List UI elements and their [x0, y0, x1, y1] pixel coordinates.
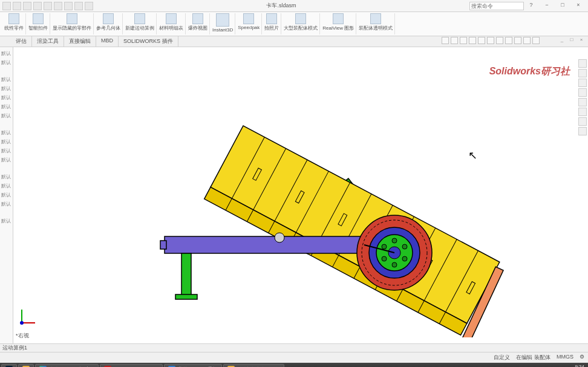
qat-open-icon[interactable] [13, 2, 21, 10]
help-buttons: ? − □ × [524, 2, 586, 10]
qat-settings-icon[interactable] [85, 2, 93, 10]
doc-min-icon[interactable]: _ [558, 37, 566, 44]
ribbon-cmd-6[interactable]: 爆炸视图 [186, 13, 210, 34]
taskpane-file-explorer-icon[interactable] [578, 88, 587, 97]
tree-item[interactable]: 默认 [0, 200, 13, 208]
tree-item[interactable] [0, 121, 13, 128]
view-orientation-label: *右视 [16, 332, 29, 340]
svg-point-35 [402, 256, 407, 261]
taskbar-phone-button[interactable]: 我的Android手机 [164, 364, 222, 367]
doc-close-icon[interactable]: × [577, 37, 586, 44]
tree-item[interactable]: 默认 [0, 85, 13, 93]
section-view-icon[interactable] [469, 37, 476, 44]
taskbar-folder-button[interactable] [18, 364, 34, 367]
tree-item[interactable]: 默认 [0, 182, 13, 190]
ribbon-cmd-4[interactable]: 新建运动算例 [123, 13, 157, 34]
qat-save-icon[interactable] [23, 2, 31, 10]
scene-icon[interactable] [505, 37, 512, 44]
doc-restore-icon[interactable]: □ [567, 37, 576, 44]
tree-item[interactable]: 默认 [0, 112, 13, 120]
tree-item[interactable]: 默认 [0, 94, 13, 102]
tree-item[interactable]: 默认 [0, 147, 13, 155]
tree-item[interactable]: 默认 [0, 138, 13, 146]
tree-item[interactable]: 默认 [0, 129, 13, 137]
tree-item[interactable] [0, 68, 13, 74]
qat-new-icon[interactable] [2, 2, 11, 10]
ribbon-cmd-1[interactable]: 智能扣件 [27, 13, 50, 34]
svg-point-38 [382, 244, 387, 249]
tree-item[interactable]: 默认 [0, 217, 13, 225]
svg-point-34 [402, 244, 407, 249]
status-units[interactable]: MMGS [557, 354, 573, 362]
tree-item[interactable]: 默认 [0, 173, 13, 181]
search-input[interactable] [469, 2, 524, 10]
qat-undo-icon[interactable] [44, 2, 52, 10]
feature-tree-panel[interactable]: 默认 默认 默认 默认 默认 默认 默认 默认 默认 默认 默认 默认 默认 默… [0, 47, 13, 343]
ribbon-cmd-instant3d[interactable]: Instant3D [211, 13, 235, 34]
taskbar-chrome-button[interactable]: 公众号 - 360极速... [35, 364, 99, 367]
help-icon[interactable]: ? [524, 2, 538, 10]
ribbon-cmd-2[interactable]: 显示隐藏的零部件 [51, 13, 94, 34]
tree-item[interactable]: 默认 [0, 59, 13, 67]
tab-direct-edit[interactable]: 直接编辑 [64, 36, 96, 47]
svg-rect-25 [181, 253, 191, 296]
qat-redo-icon[interactable] [54, 2, 62, 10]
ribbon-cmd-speedpak[interactable]: Speedpak [236, 13, 262, 34]
svg-point-42 [20, 321, 24, 325]
zoom-fit-icon[interactable] [451, 37, 458, 44]
taskbar-solidworks-button[interactable]: SOLIDWORKS P... [100, 364, 163, 367]
svg-rect-24 [160, 241, 166, 249]
tree-item[interactable] [0, 209, 13, 216]
maximize-icon[interactable]: □ [555, 2, 570, 10]
motion-study-tab[interactable]: 运动算例1 [2, 345, 27, 351]
taskpane-design-library-icon[interactable] [578, 79, 587, 87]
ribbon-cmd-3[interactable]: 参考几何体 [94, 13, 123, 34]
tree-item[interactable]: 默认 [0, 191, 13, 199]
taskpane-forum-icon[interactable] [578, 127, 587, 135]
display-style-icon[interactable] [478, 37, 485, 44]
view-misc-icon[interactable] [523, 37, 531, 44]
taskpane-view-palette-icon[interactable] [578, 98, 587, 106]
qat-rebuild-icon[interactable] [64, 2, 73, 10]
ribbon-cmd-9[interactable]: 拍照片 [263, 13, 281, 34]
tree-item[interactable]: 默认 [0, 50, 13, 57]
zoom-area-icon[interactable] [460, 37, 467, 44]
taskpane-custom-props-icon[interactable] [578, 117, 587, 126]
graphics-viewport[interactable]: Solidworks研习社 [13, 47, 588, 343]
svg-point-36 [392, 262, 397, 267]
status-gear-icon[interactable]: ⚙ [580, 354, 584, 362]
ribbon-toolbar: 线性零件 智能扣件 显示隐藏的零部件 参考几何体 新建运动算例 材料明细表 爆炸… [0, 12, 588, 36]
tab-evaluate[interactable]: 评估 [11, 36, 32, 47]
close-icon[interactable]: × [571, 2, 586, 10]
title-bar: 卡车.sldasm ? − □ × [0, 0, 588, 12]
view-toolbar [442, 37, 540, 44]
hide-show-icon[interactable] [487, 37, 494, 44]
minimize-icon[interactable]: − [540, 2, 554, 10]
taskbar-ps-button[interactable] [1, 364, 17, 367]
ribbon-cmd-10[interactable]: 大型装配体模式 [282, 13, 320, 34]
tree-item[interactable]: 默认 [0, 76, 13, 83]
appearance-icon[interactable] [496, 37, 503, 44]
tab-render[interactable]: 渲染工具 [32, 36, 64, 47]
taskpane-home-icon[interactable] [578, 59, 587, 68]
taskbar-explorer-button[interactable]: H:\微信公众号\1... [223, 364, 284, 367]
qat-print-icon[interactable] [33, 2, 42, 10]
taskbar-clock[interactable]: 9:34 2023/10/17 [560, 364, 587, 367]
view-settings-icon[interactable] [514, 37, 521, 44]
svg-point-33 [392, 238, 397, 243]
status-edit-mode: 在编辑 装配体 [516, 354, 550, 362]
ribbon-cmd-5[interactable]: 材料明细表 [157, 13, 186, 34]
tree-item[interactable] [0, 165, 13, 172]
tree-item[interactable]: 默认 [0, 156, 13, 164]
ribbon-cmd-0[interactable]: 线性零件 [2, 13, 26, 34]
ribbon-cmd-12[interactable]: 装配体透明模式 [357, 13, 395, 34]
tree-item[interactable]: 默认 [0, 103, 13, 111]
taskpane-resources-icon[interactable] [578, 69, 587, 77]
tab-addins[interactable]: SOLIDWORKS 插件 [119, 36, 178, 47]
tab-mbd[interactable]: MBD [96, 36, 119, 47]
view-misc2-icon[interactable] [532, 37, 540, 44]
ribbon-cmd-11[interactable]: RealView 图形 [321, 13, 356, 34]
qat-options-icon[interactable] [74, 2, 83, 10]
taskpane-appearances-icon[interactable] [578, 108, 587, 116]
view-orientation-icon[interactable] [442, 37, 449, 44]
